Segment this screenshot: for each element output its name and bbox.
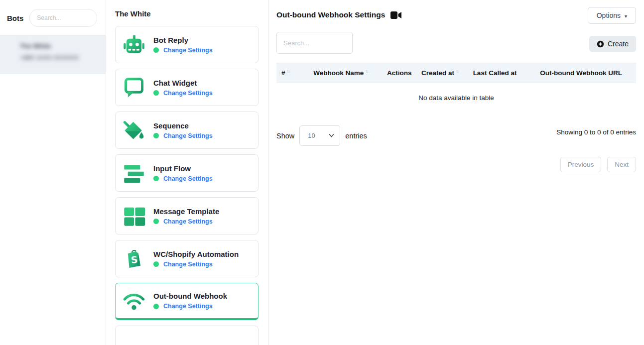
change-settings-link[interactable]: Change Settings — [163, 218, 213, 225]
outbound-webhook-settings-panel: Out-bound Webhook Settings Options ▾ — [269, 0, 644, 345]
status-dot-icon — [153, 261, 159, 267]
module-title: WC/Shopify Automation — [153, 250, 239, 258]
bots-title: Bots — [7, 14, 23, 22]
wifi-icon — [123, 289, 145, 312]
page-length-select[interactable]: 10 — [299, 125, 340, 146]
column-header-last-called-at[interactable]: Last Called at — [464, 63, 526, 83]
module-card-list: Bot Reply Change Settings — [106, 25, 268, 345]
bots-search-input[interactable] — [29, 9, 97, 27]
module-title: Input Flow — [153, 164, 213, 173]
status-dot-icon — [153, 133, 159, 138]
video-camera-icon[interactable] — [390, 11, 402, 19]
module-card-partial[interactable] — [115, 326, 258, 345]
module-card-bot-reply[interactable]: Bot Reply Change Settings — [115, 26, 258, 63]
column-header-index[interactable]: #↑↓ — [276, 63, 298, 83]
bots-sidebar: Bots The White +880 1XXX-XXXXXX — [0, 0, 106, 345]
table-header-row: #↑↓ Webhook Name↑↓ Actions Created at↑↓ … — [276, 63, 636, 83]
create-button[interactable]: Create — [589, 36, 636, 52]
app-window: Bots The White +880 1XXX-XXXXXX The Whit… — [0, 0, 644, 345]
bot-panel-header: The White — [106, 0, 268, 25]
sort-icon: ↑↓ — [365, 69, 368, 74]
page-length-control: Show 10 entries — [276, 125, 367, 146]
module-card-message-template[interactable]: Message Template Change Settings — [115, 197, 258, 234]
module-card-sequence[interactable]: Sequence Change Settings — [115, 112, 258, 149]
next-button[interactable]: Next — [607, 157, 636, 172]
status-dot-icon — [153, 47, 159, 53]
webhook-search-input[interactable] — [276, 32, 353, 54]
options-button[interactable]: Options ▾ — [588, 7, 636, 24]
status-dot-icon — [153, 304, 159, 309]
show-label: Show — [276, 132, 294, 140]
previous-button[interactable]: Previous — [560, 157, 602, 172]
webhooks-table: #↑↓ Webhook Name↑↓ Actions Created at↑↓ … — [276, 63, 636, 111]
column-header-webhook-url[interactable]: Out-bound Webhook URL — [526, 63, 636, 83]
svg-text:S: S — [130, 254, 138, 265]
bot-list-item-selected[interactable]: The White +880 1XXX-XXXXXX — [0, 35, 106, 74]
change-settings-link[interactable]: Change Settings — [163, 132, 213, 139]
column-header-created-at[interactable]: Created at↑↓ — [416, 63, 464, 83]
grid-icon — [123, 205, 145, 228]
create-button-label: Create — [608, 40, 629, 48]
module-card-input-flow[interactable]: Input Flow Change Settings — [115, 154, 258, 192]
change-settings-link[interactable]: Change Settings — [163, 47, 213, 54]
fill-drip-icon — [123, 119, 145, 142]
change-settings-link[interactable]: Change Settings — [163, 90, 213, 97]
bot-modules-panel: The White — [106, 0, 269, 345]
column-header-webhook-name[interactable]: Webhook Name↑↓ — [298, 63, 383, 83]
change-settings-link[interactable]: Change Settings — [163, 261, 213, 268]
module-title: Message Template — [153, 207, 219, 216]
module-card-outbound-webhook[interactable]: Out-bound Webhook Change Settings — [115, 283, 258, 320]
bars-icon — [123, 162, 145, 185]
change-settings-link[interactable]: Change Settings — [163, 175, 213, 182]
module-card-shopify-automation[interactable]: S WC/Shopify Automation Change Settings — [115, 240, 258, 277]
module-title: Bot Reply — [153, 36, 213, 44]
sort-icon: ↑↓ — [456, 69, 458, 74]
page-title: Out-bound Webhook Settings — [276, 10, 385, 19]
status-dot-icon — [153, 90, 159, 96]
caret-down-icon: ▾ — [625, 13, 627, 19]
bot-name-blurred: The White — [20, 42, 99, 50]
status-dot-icon — [153, 219, 159, 224]
bot-panel-title: The White — [115, 9, 151, 18]
status-dot-icon — [153, 176, 159, 181]
column-header-actions[interactable]: Actions — [383, 63, 416, 83]
module-title: Out-bound Webhook — [153, 292, 227, 300]
module-card-chat-widget[interactable]: Chat Widget Change Settings — [115, 69, 258, 106]
module-title: Sequence — [153, 121, 213, 130]
module-title: Chat Widget — [153, 79, 213, 87]
change-settings-link[interactable]: Change Settings — [163, 303, 213, 310]
entries-label: entries — [345, 132, 367, 140]
bot-phone-blurred: +880 1XXX-XXXXXX — [20, 54, 99, 61]
empty-message: No data available in table — [276, 83, 636, 111]
sort-icon: ↑↓ — [287, 69, 289, 74]
shopify-bag-icon: S — [123, 247, 145, 270]
chat-bubble-icon — [123, 76, 145, 99]
robot-icon — [123, 33, 145, 56]
pagination: Previous Next — [276, 157, 636, 172]
options-button-label: Options — [597, 11, 621, 19]
table-empty-row: No data available in table — [276, 83, 636, 111]
table-summary: Showing 0 to 0 of 0 entries — [556, 125, 636, 136]
plus-circle-icon — [597, 40, 604, 48]
bots-sidebar-header: Bots — [0, 0, 106, 35]
